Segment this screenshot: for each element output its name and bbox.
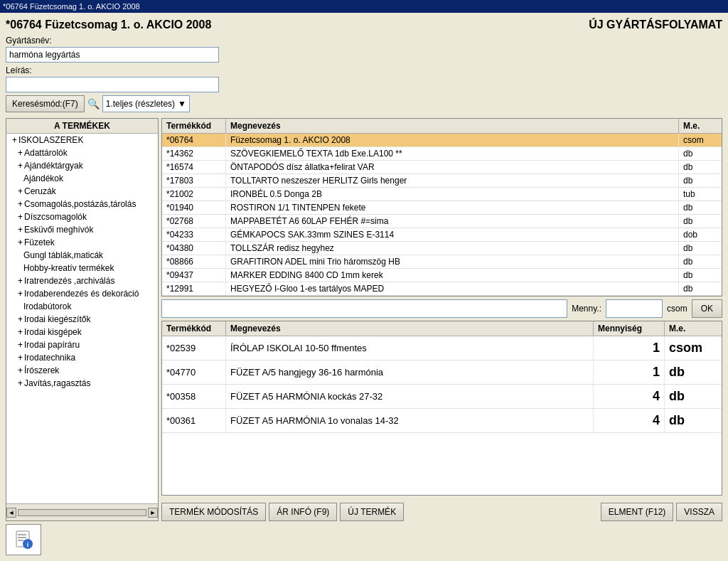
- bottom-table-header: Termékkód Megnevezés Mennyiség M.e.: [162, 321, 722, 336]
- expand-icon: +: [18, 148, 23, 158]
- uj-termek-button[interactable]: ÚJ TERMÉK: [340, 503, 404, 521]
- sidebar-item-ajandektargyak[interactable]: + Ajándéktárgyak: [6, 159, 158, 172]
- right-panel: Termékkód Megnevezés M.e. *06764 Füzetcs…: [161, 118, 722, 521]
- sidebar-item-irodabutorok[interactable]: Irodabútorok: [6, 300, 158, 313]
- expand-icon: +: [18, 237, 23, 247]
- bottom-table-row[interactable]: *04770 FÜZET A/5 hangjegy 36-16 harmónia…: [162, 360, 722, 385]
- search-bar: Keresésmód:(F7) 🔍 1.teljes (részletes) ▼: [6, 95, 722, 112]
- bcol-header-qty: Mennyiség: [594, 321, 665, 336]
- col-header-nev: Megnevezés: [226, 119, 679, 133]
- sidebar-item-javitas[interactable]: + Javítás,ragasztás: [6, 377, 158, 390]
- top-table: Termékkód Megnevezés M.e. *06764 Füzetcs…: [161, 118, 722, 296]
- scroll-right-btn[interactable]: ►: [148, 508, 158, 518]
- table-row[interactable]: *21002 IRONBÉL 0.5 Donga 2B tub: [162, 188, 722, 201]
- gyartasnev-row: Gyártásnév:: [6, 36, 722, 63]
- gyartasnev-input[interactable]: [6, 47, 219, 63]
- sidebar-item-adattarolok[interactable]: + Adattárolók: [6, 146, 158, 159]
- sidebar-header: A TERMÉKEK: [6, 119, 158, 134]
- sidebar-item-ajandékok[interactable]: Ajándékok: [6, 172, 158, 185]
- sidebar-item-csomagolas[interactable]: + Csomagolás,postázás,tárolás: [6, 198, 158, 210]
- table-row[interactable]: *04233 GÉMKAPOCS SAK.33mm SZINES E-3114 …: [162, 228, 722, 242]
- expand-icon: +: [18, 186, 23, 196]
- expand-icon: +: [18, 276, 23, 286]
- termek-modositas-button[interactable]: TERMÉK MÓDOSÍTÁS: [161, 503, 266, 521]
- ar-info-button[interactable]: ÁR INFÓ (F9): [269, 503, 337, 521]
- sidebar-item-gungl[interactable]: Gungl táblák,maticák: [6, 249, 158, 262]
- gyartasnev-label: Gyártásnév:: [6, 36, 722, 46]
- title-bar-text: *06764 Füzetcsomag 1. o. AKCIO 2008: [3, 2, 140, 11]
- sidebar-item-eskuvoi[interactable]: + Esküvői meghívók: [6, 223, 158, 236]
- sidebar-item-iskolaszerek[interactable]: + ISKOLASZEREK: [6, 134, 158, 146]
- col-header-me: M.e.: [679, 119, 722, 133]
- bottom-table-row[interactable]: *02539 ÍRÓLAP ISKOLAI 10-50 ffmentes 1 c…: [162, 336, 722, 360]
- leiras-input[interactable]: [6, 77, 219, 92]
- table-row[interactable]: *14362 SZÖVEGKIEMELŐ TEXTA 1db Exe.LA100…: [162, 147, 722, 161]
- table-row[interactable]: *04380 TOLLSZÁR redisz hegyhez db: [162, 242, 722, 255]
- scroll-left-btn[interactable]: ◄: [6, 508, 16, 518]
- middle-row: Menny.: csom OK: [161, 299, 722, 318]
- expand-icon: +: [12, 135, 17, 145]
- sidebar: A TERMÉKEK + ISKOLASZEREK + Adattárolók …: [6, 118, 159, 521]
- search-icon[interactable]: 🔍: [87, 98, 100, 109]
- bottom-icon-area: i: [6, 524, 41, 555]
- page-subtitle: ÚJ GYÁRTÁSFOLYAMAT: [589, 18, 722, 31]
- expand-icon: +: [18, 212, 23, 222]
- unit-label: csom: [667, 304, 687, 314]
- expand-icon: +: [18, 225, 23, 235]
- bottom-table-row[interactable]: *00358 FÜZET A5 HARMÓNIA kockás 27-32 4 …: [162, 385, 722, 409]
- sidebar-item-irodai-papiraru[interactable]: + Irodai papíráru: [6, 338, 158, 351]
- sidebar-item-iroszerek[interactable]: + Írószerek: [6, 364, 158, 377]
- expand-icon: +: [18, 378, 23, 388]
- bottom-buttons: TERMÉK MÓDOSÍTÁS ÁR INFÓ (F9) ÚJ TERMÉK …: [161, 498, 722, 521]
- dropdown-arrow-icon[interactable]: ▼: [178, 99, 186, 109]
- bottom-table-row[interactable]: *00361 FÜZET A5 HARMÓNIA 1o vonalas 14-3…: [162, 409, 722, 433]
- sidebar-item-irodai-kiegeszitok[interactable]: + Irodai kiegészítők: [6, 313, 158, 326]
- search-input-field[interactable]: [161, 299, 567, 318]
- table-row[interactable]: *17803 TOLLTARTO neszeszer HERLITZ Girls…: [162, 174, 722, 188]
- svg-rect-2: [18, 537, 26, 538]
- sidebar-item-irodaberendezes[interactable]: + Irodaberendezés és dekoráció: [6, 287, 158, 300]
- sidebar-item-hobby[interactable]: Hobby-kreatív termékek: [6, 262, 158, 274]
- expand-icon: +: [18, 161, 23, 171]
- sidebar-item-fuzetek[interactable]: + Füzetek: [6, 236, 158, 249]
- bottom-right-buttons: ELMENT (F12) VISSZA: [601, 503, 722, 521]
- expand-icon: +: [18, 199, 23, 209]
- sidebar-scroll: + ISKOLASZEREK + Adattárolók + Ajándéktá…: [6, 134, 158, 503]
- table-row[interactable]: *06764 Füzetcsomag 1. o. AKCIO 2008 csom: [162, 134, 722, 147]
- document-icon: i: [14, 530, 33, 550]
- top-table-header: Termékkód Megnevezés M.e.: [162, 119, 722, 134]
- svg-rect-3: [18, 540, 23, 541]
- search-mode-label: 1.teljes (részletes): [106, 99, 175, 109]
- expand-icon: +: [18, 365, 23, 375]
- sidebar-item-ceruzak[interactable]: + Ceruzák: [6, 185, 158, 198]
- table-row[interactable]: *01940 ROSTIRON 1/1 TINTENPEN fekete db: [162, 201, 722, 215]
- bottom-table-body: *02539 ÍRÓLAP ISKOLAI 10-50 ffmentes 1 c…: [162, 336, 722, 495]
- expand-icon: +: [18, 340, 23, 350]
- bottom-left-buttons: TERMÉK MÓDOSÍTÁS ÁR INFÓ (F9) ÚJ TERMÉK: [161, 503, 404, 521]
- table-row[interactable]: *02768 MAPPABETÉT A6 60LAP FEHÉR #=sima …: [162, 215, 722, 228]
- sidebar-item-iratrendezes[interactable]: + Iratrendezés ,archiválás: [6, 274, 158, 287]
- expand-icon: +: [18, 353, 23, 363]
- sidebar-item-irodai-kisgepek[interactable]: + Irodai kisgépek: [6, 326, 158, 338]
- table-row[interactable]: *09437 MARKER EDDING 8400 CD 1mm kerek d…: [162, 269, 722, 282]
- table-row[interactable]: *12991 HEGYEZŐ I-Gloo 1-es tartályos MAP…: [162, 282, 722, 296]
- title-bar: *06764 Füzetcsomag 1. o. AKCIO 2008: [0, 0, 728, 13]
- table-row[interactable]: *08866 GRAFITIRON ADEL mini Trio háromsz…: [162, 255, 722, 269]
- bcol-header-kod: Termékkód: [162, 321, 226, 336]
- qty-input[interactable]: [606, 299, 663, 318]
- search-mode-button[interactable]: Keresésmód:(F7): [6, 95, 85, 112]
- sidebar-item-diszcsomagolok[interactable]: + Díszcsomagolók: [6, 210, 158, 223]
- table-row[interactable]: *16574 ÖNTAPODÓS dísz állatka+felirat VA…: [162, 161, 722, 174]
- bcol-header-me: M.e.: [665, 321, 722, 336]
- bottom-table: Termékkód Megnevezés Mennyiség M.e. *025…: [161, 321, 722, 496]
- sidebar-item-irodatechnika[interactable]: + Irodatechnika: [6, 351, 158, 364]
- leiras-row: Leírás:: [6, 65, 722, 92]
- page-title: *06764 Füzetcsomag 1. o. AKCIO 2008: [6, 18, 211, 31]
- bcol-header-nev: Megnevezés: [226, 321, 594, 336]
- ok-button[interactable]: OK: [692, 299, 722, 318]
- expand-icon: +: [18, 314, 23, 324]
- sidebar-bottom: ◄ ►: [6, 503, 158, 520]
- svg-text:i: i: [27, 541, 29, 548]
- vissza-button[interactable]: VISSZA: [676, 503, 722, 521]
- elment-button[interactable]: ELMENT (F12): [601, 503, 673, 521]
